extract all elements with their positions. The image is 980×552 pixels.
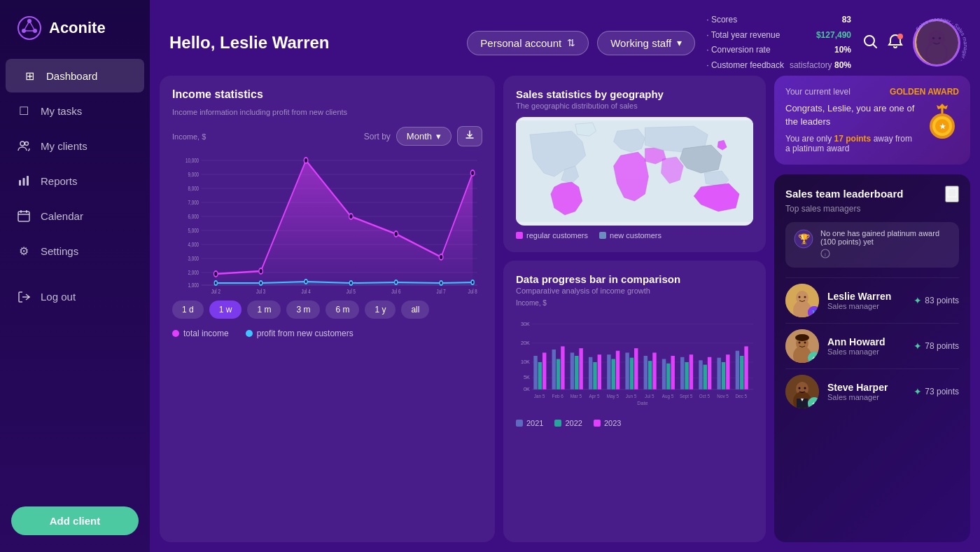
- svg-rect-102: [666, 364, 670, 389]
- download-button[interactable]: [457, 126, 482, 146]
- filter-1m[interactable]: 1 m: [247, 301, 281, 319]
- svg-rect-84: [556, 359, 560, 389]
- svg-text:5K: 5K: [524, 375, 530, 381]
- personal-account-label: Personal account: [480, 37, 561, 49]
- trophy-svg: 🏆: [794, 229, 813, 249]
- filter-6m[interactable]: 6 m: [326, 301, 359, 319]
- svg-point-58: [394, 231, 398, 237]
- svg-rect-86: [570, 353, 574, 389]
- svg-text:i: i: [825, 251, 826, 258]
- svg-line-5: [29, 21, 35, 31]
- sidebar-item-settings[interactable]: ⚙ Settings: [0, 234, 150, 268]
- svg-point-141: [799, 296, 801, 298]
- download-icon: [465, 130, 475, 140]
- sidebar-item-calendar[interactable]: Calendar: [0, 199, 150, 233]
- chevron-down-icon: ▾: [436, 131, 441, 142]
- sidebar-item-label: Log out: [41, 291, 76, 303]
- svg-rect-115: [744, 347, 748, 389]
- leaderboard-expand-button[interactable]: [945, 186, 959, 202]
- sidebar-item-my-clients[interactable]: My clients: [0, 129, 150, 163]
- y-axis-label: Income, $: [172, 132, 206, 141]
- svg-rect-113: [736, 351, 739, 389]
- income-section-subtitle: Income information including profit from…: [172, 108, 482, 116]
- bar-2022-dot: [554, 420, 561, 427]
- svg-rect-98: [644, 356, 648, 389]
- income-chart-panel: Income statistics Income information inc…: [160, 76, 495, 542]
- lb-info-steve: Steve Harper Sales manager: [827, 382, 905, 401]
- svg-point-64: [304, 280, 307, 284]
- svg-rect-91: [598, 355, 601, 390]
- svg-point-55: [259, 268, 263, 274]
- search-button[interactable]: [862, 34, 878, 53]
- sidebar-item-label: My clients: [41, 140, 88, 152]
- lb-avatar-steve: ✦: [785, 375, 819, 408]
- sidebar-item-label: My tasks: [41, 105, 82, 117]
- medal-svg: ★: [925, 102, 959, 142]
- svg-rect-105: [685, 362, 688, 389]
- lb-person-ann: ✦ Ann Howard Sales manager ✦ 78 points: [785, 323, 959, 368]
- svg-rect-99: [648, 361, 652, 390]
- medal-icon-ann: ✦: [808, 352, 819, 363]
- nav: ⊞ Dashboard ☐ My tasks My clients: [0, 53, 150, 275]
- sidebar-item-my-tasks[interactable]: ☐ My tasks: [0, 94, 150, 127]
- svg-point-148: [799, 341, 801, 343]
- stats-inline: · Scores · Total year revenue · Conversi…: [706, 13, 851, 73]
- right-sidebar: Your current level GOLDEN AWARD Congrats…: [774, 76, 970, 542]
- svg-text:Oct 5: Oct 5: [699, 394, 710, 399]
- logout-icon: [17, 290, 31, 304]
- lb-info-ann: Ann Howard Sales manager: [827, 336, 905, 356]
- chart-legend: total income profit from new customers: [172, 329, 482, 338]
- svg-text:Dec 5: Dec 5: [736, 394, 748, 399]
- lb-avatar-leslie: 🥇: [785, 284, 819, 317]
- svg-rect-80: [533, 356, 537, 389]
- legend-dot-total: [172, 330, 179, 337]
- filter-1y[interactable]: 1 y: [365, 301, 396, 319]
- svg-rect-103: [671, 356, 674, 389]
- svg-rect-83: [552, 350, 556, 389]
- notification-button[interactable]: [888, 34, 903, 53]
- map-svg: [516, 117, 753, 226]
- svg-text:4,000: 4,000: [188, 241, 200, 248]
- svg-line-4: [24, 21, 29, 31]
- svg-point-22: [927, 43, 946, 63]
- svg-text:10,000: 10,000: [186, 157, 199, 164]
- filter-1d[interactable]: 1 d: [172, 301, 204, 319]
- svg-text:✦: ✦: [811, 401, 817, 408]
- filter-1w[interactable]: 1 w: [209, 301, 242, 319]
- progress-subtitle: Comparative analysis of income growth: [516, 287, 753, 295]
- bar-chart-svg: 30K 20K 10K 5K 0K: [516, 310, 753, 415]
- svg-text:9,000: 9,000: [188, 171, 200, 178]
- svg-rect-97: [634, 348, 638, 389]
- user-avatar[interactable]: [913, 19, 960, 67]
- sidebar-item-label: Dashboard: [46, 70, 97, 82]
- platinum-notice: 🏆 No one has gained platinum award (100 …: [785, 222, 959, 268]
- add-client-button[interactable]: Add client: [11, 506, 139, 535]
- svg-text:Feb 6: Feb 6: [552, 394, 564, 399]
- svg-point-158: [804, 387, 806, 389]
- geo-title: Sales statistics by geography: [516, 88, 753, 100]
- svg-point-149: [804, 341, 806, 343]
- sidebar-item-label: Settings: [41, 245, 78, 257]
- sidebar-item-reports[interactable]: Reports: [0, 164, 150, 198]
- svg-point-68: [471, 280, 474, 284]
- clients-icon: [17, 139, 31, 153]
- svg-rect-110: [717, 358, 720, 389]
- filter-all[interactable]: all: [401, 301, 429, 319]
- svg-text:2,000: 2,000: [188, 269, 200, 276]
- lb-avatar-ann: ✦: [785, 329, 819, 363]
- working-staff-dropdown[interactable]: Working staff ▾: [597, 31, 695, 55]
- svg-rect-112: [726, 355, 729, 390]
- svg-point-54: [214, 271, 218, 277]
- sidebar-item-logout[interactable]: Log out: [0, 280, 150, 314]
- award-medal-icon: ★: [925, 102, 959, 144]
- award-message: Congrats, Leslie, you are one of the lea…: [785, 102, 917, 127]
- personal-account-dropdown[interactable]: Personal account ⇅: [467, 31, 589, 55]
- svg-rect-95: [625, 353, 629, 389]
- svg-rect-93: [612, 359, 615, 389]
- sidebar-item-dashboard[interactable]: ⊞ Dashboard: [6, 59, 144, 92]
- period-dropdown[interactable]: Month ▾: [396, 127, 451, 146]
- svg-point-150: [795, 334, 809, 341]
- filter-3m[interactable]: 3 m: [286, 301, 320, 319]
- app-name: Aconite: [49, 19, 106, 37]
- svg-text:30K: 30K: [521, 321, 530, 327]
